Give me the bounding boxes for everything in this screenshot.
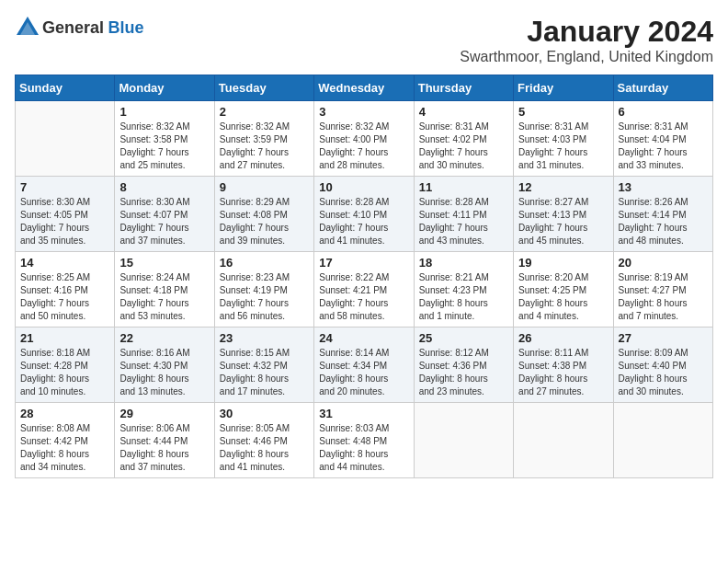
calendar-cell: 1Sunrise: 8:32 AMSunset: 3:58 PMDaylight… [115, 101, 214, 177]
day-number: 3 [319, 105, 408, 119]
day-info: Sunrise: 8:18 AMSunset: 4:28 PMDaylight:… [20, 347, 109, 398]
day-number: 16 [220, 256, 309, 270]
calendar-cell: 4Sunrise: 8:31 AMSunset: 4:02 PMDaylight… [414, 101, 513, 177]
day-number: 13 [619, 180, 708, 194]
day-info: Sunrise: 8:14 AMSunset: 4:34 PMDaylight:… [319, 347, 408, 398]
title-block: January 2024 Swarthmoor, England, United… [460, 15, 713, 65]
day-number: 2 [220, 105, 309, 119]
day-number: 22 [119, 331, 209, 345]
day-info: Sunrise: 8:30 AMSunset: 4:07 PMDaylight:… [119, 196, 209, 247]
calendar-cell: 22Sunrise: 8:16 AMSunset: 4:30 PMDayligh… [115, 327, 214, 403]
day-info: Sunrise: 8:28 AMSunset: 4:11 PMDaylight:… [419, 196, 508, 247]
day-info: Sunrise: 8:31 AMSunset: 4:03 PMDaylight:… [518, 121, 608, 172]
calendar-cell: 13Sunrise: 8:26 AMSunset: 4:14 PMDayligh… [613, 177, 712, 252]
day-info: Sunrise: 8:25 AMSunset: 4:16 PMDaylight:… [20, 271, 109, 323]
day-number: 7 [20, 180, 109, 194]
day-number: 24 [319, 331, 408, 345]
calendar-cell: 21Sunrise: 8:18 AMSunset: 4:28 PMDayligh… [16, 327, 115, 403]
day-number: 30 [220, 407, 309, 420]
calendar-cell: 26Sunrise: 8:11 AMSunset: 4:38 PMDayligh… [514, 327, 613, 403]
calendar-cell: 2Sunrise: 8:32 AMSunset: 3:59 PMDaylight… [214, 101, 313, 177]
logo-icon [15, 15, 40, 40]
calendar-cell: 29Sunrise: 8:06 AMSunset: 4:44 PMDayligh… [115, 403, 214, 478]
day-info: Sunrise: 8:27 AMSunset: 4:13 PMDaylight:… [518, 196, 608, 247]
day-info: Sunrise: 8:06 AMSunset: 4:44 PMDaylight:… [119, 422, 209, 474]
day-number: 9 [220, 180, 309, 194]
day-number: 26 [518, 331, 608, 345]
calendar-cell: 28Sunrise: 8:08 AMSunset: 4:42 PMDayligh… [16, 403, 115, 478]
calendar-cell: 11Sunrise: 8:28 AMSunset: 4:11 PMDayligh… [414, 177, 513, 252]
page-header: General Blue January 2024 Swarthmoor, En… [15, 15, 713, 65]
calendar-cell: 17Sunrise: 8:22 AMSunset: 4:21 PMDayligh… [314, 252, 414, 327]
day-number: 1 [119, 105, 209, 119]
day-number: 25 [419, 331, 508, 345]
day-info: Sunrise: 8:12 AMSunset: 4:36 PMDaylight:… [419, 347, 508, 398]
day-info: Sunrise: 8:11 AMSunset: 4:38 PMDaylight:… [518, 347, 608, 398]
day-info: Sunrise: 8:32 AMSunset: 3:58 PMDaylight:… [119, 121, 209, 172]
calendar-cell: 20Sunrise: 8:19 AMSunset: 4:27 PMDayligh… [613, 252, 712, 327]
calendar-cell: 19Sunrise: 8:20 AMSunset: 4:25 PMDayligh… [514, 252, 613, 327]
col-header-thursday: Thursday [414, 75, 513, 101]
logo-general-text: General [42, 18, 104, 37]
calendar-header-row: SundayMondayTuesdayWednesdayThursdayFrid… [16, 75, 713, 101]
day-number: 21 [20, 331, 109, 345]
calendar-cell: 30Sunrise: 8:05 AMSunset: 4:46 PMDayligh… [214, 403, 313, 478]
day-number: 20 [619, 256, 708, 270]
calendar-week-row: 21Sunrise: 8:18 AMSunset: 4:28 PMDayligh… [16, 327, 713, 403]
calendar-cell: 8Sunrise: 8:30 AMSunset: 4:07 PMDaylight… [115, 177, 214, 252]
calendar-cell: 12Sunrise: 8:27 AMSunset: 4:13 PMDayligh… [514, 177, 613, 252]
day-number: 6 [619, 105, 708, 119]
day-info: Sunrise: 8:22 AMSunset: 4:21 PMDaylight:… [319, 271, 408, 323]
day-info: Sunrise: 8:03 AMSunset: 4:48 PMDaylight:… [319, 422, 408, 474]
calendar-week-row: 7Sunrise: 8:30 AMSunset: 4:05 PMDaylight… [16, 177, 713, 252]
day-number: 18 [419, 256, 508, 270]
calendar-cell [16, 101, 115, 177]
day-number: 23 [220, 331, 309, 345]
day-number: 11 [419, 180, 508, 194]
day-number: 15 [119, 256, 209, 270]
calendar-cell: 24Sunrise: 8:14 AMSunset: 4:34 PMDayligh… [314, 327, 414, 403]
day-number: 10 [319, 180, 408, 194]
calendar-cell: 5Sunrise: 8:31 AMSunset: 4:03 PMDaylight… [514, 101, 613, 177]
calendar-week-row: 1Sunrise: 8:32 AMSunset: 3:58 PMDaylight… [16, 101, 713, 177]
day-info: Sunrise: 8:30 AMSunset: 4:05 PMDaylight:… [20, 196, 109, 247]
calendar-cell: 15Sunrise: 8:24 AMSunset: 4:18 PMDayligh… [115, 252, 214, 327]
day-info: Sunrise: 8:08 AMSunset: 4:42 PMDaylight:… [20, 422, 109, 474]
day-number: 31 [319, 407, 408, 420]
logo: General Blue [15, 15, 144, 40]
calendar-cell: 27Sunrise: 8:09 AMSunset: 4:40 PMDayligh… [613, 327, 712, 403]
day-info: Sunrise: 8:32 AMSunset: 4:00 PMDaylight:… [319, 121, 408, 172]
day-info: Sunrise: 8:31 AMSunset: 4:04 PMDaylight:… [619, 121, 708, 172]
calendar-cell: 25Sunrise: 8:12 AMSunset: 4:36 PMDayligh… [414, 327, 513, 403]
calendar-cell: 31Sunrise: 8:03 AMSunset: 4:48 PMDayligh… [314, 403, 414, 478]
location-subtitle: Swarthmoor, England, United Kingdom [460, 49, 713, 65]
day-info: Sunrise: 8:23 AMSunset: 4:19 PMDaylight:… [220, 271, 309, 323]
day-number: 12 [518, 180, 608, 194]
logo-blue-text: Blue [108, 18, 144, 37]
col-header-wednesday: Wednesday [314, 75, 414, 101]
day-info: Sunrise: 8:21 AMSunset: 4:23 PMDaylight:… [419, 271, 508, 323]
day-info: Sunrise: 8:15 AMSunset: 4:32 PMDaylight:… [220, 347, 309, 398]
col-header-monday: Monday [115, 75, 214, 101]
col-header-friday: Friday [514, 75, 613, 101]
month-title: January 2024 [460, 15, 713, 49]
day-number: 4 [419, 105, 508, 119]
day-number: 28 [20, 407, 109, 420]
day-info: Sunrise: 8:29 AMSunset: 4:08 PMDaylight:… [220, 196, 309, 247]
col-header-tuesday: Tuesday [214, 75, 313, 101]
day-info: Sunrise: 8:05 AMSunset: 4:46 PMDaylight:… [220, 422, 309, 474]
calendar-cell: 3Sunrise: 8:32 AMSunset: 4:00 PMDaylight… [314, 101, 414, 177]
day-number: 29 [119, 407, 209, 420]
day-number: 5 [518, 105, 608, 119]
day-info: Sunrise: 8:19 AMSunset: 4:27 PMDaylight:… [619, 271, 708, 323]
day-info: Sunrise: 8:20 AMSunset: 4:25 PMDaylight:… [518, 271, 608, 323]
calendar-cell [613, 403, 712, 478]
day-number: 19 [518, 256, 608, 270]
day-info: Sunrise: 8:31 AMSunset: 4:02 PMDaylight:… [419, 121, 508, 172]
calendar-cell: 10Sunrise: 8:28 AMSunset: 4:10 PMDayligh… [314, 177, 414, 252]
calendar-cell: 9Sunrise: 8:29 AMSunset: 4:08 PMDaylight… [214, 177, 313, 252]
calendar-cell: 6Sunrise: 8:31 AMSunset: 4:04 PMDaylight… [613, 101, 712, 177]
calendar-cell [414, 403, 513, 478]
calendar-table: SundayMondayTuesdayWednesdayThursdayFrid… [15, 75, 713, 478]
calendar-cell: 7Sunrise: 8:30 AMSunset: 4:05 PMDaylight… [16, 177, 115, 252]
